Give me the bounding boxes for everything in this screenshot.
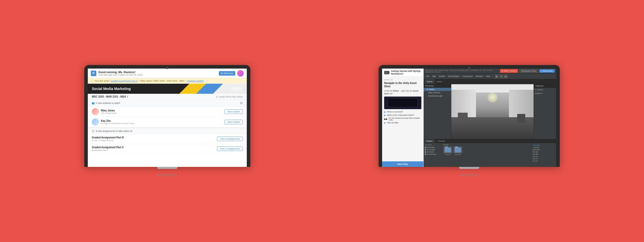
unity-main-area: Hierarchy ▼ Starter Main Camera Directio…: [424, 84, 556, 139]
notification-bar: ⚠ Your last action Graded Assignment Par…: [88, 78, 247, 84]
fav-icon: [425, 149, 426, 150]
lesson-body: In the the Editor, , open the the Asset …: [384, 89, 421, 95]
lesson-accordion: ▶ What is an Asset? ▶ What is the Unity …: [384, 111, 421, 124]
fav-item[interactable]: All Materials: [425, 153, 442, 155]
mds-tools-button[interactable]: ✕ MDS_TOOLS: [500, 69, 518, 73]
accordion-item[interactable]: ▶ What is the Unity Asset Store?: [384, 114, 421, 116]
unity-breadcrumb: Unity 2018.3.0f - Starter.unity - HFI_As…: [425, 69, 498, 73]
hierarchy-item-light[interactable]: Directional Light: [424, 94, 451, 98]
fav-item[interactable]: All Models: [425, 146, 442, 148]
add-button[interactable]: + 83161,63+: [539, 69, 555, 73]
lesson-content: STEP 1/5 Navigate to the Unity Asset Sto…: [382, 77, 423, 161]
inspector-row: Shaded ▾: [535, 93, 555, 95]
greeting-sub: Your last login was 7:22pm on Feb 18, 20…: [98, 74, 219, 76]
tree-item[interactable]: Lib (re: [533, 160, 555, 162]
fav-icon: [425, 154, 426, 155]
hierarchy-item-starter[interactable]: ▼ Starter: [424, 88, 451, 91]
warning-icon: ⚠: [91, 79, 93, 82]
lesson-screenshot: [384, 97, 421, 109]
scene-tabs-bar: Scene Game: [424, 79, 556, 84]
scene-box-right: [517, 114, 526, 123]
play-controls: ▶ ⏸ ⏭: [495, 74, 508, 78]
asset-item[interactable]: Scenes: [443, 146, 452, 155]
hierarchy-item-camera[interactable]: Main Camera: [424, 91, 451, 94]
students-icon: 👥: [92, 102, 95, 104]
tab-project[interactable]: Project: [424, 139, 435, 143]
unity-bottom-area: Project Console Favorites: [424, 139, 556, 167]
folder-shape: [455, 147, 461, 153]
shortcuts-button[interactable]: ⊞ Shortcuts: [219, 71, 235, 76]
favorites-title: Favorites: [425, 144, 442, 146]
notif-link[interactable]: Graded Assignment Part D: [111, 80, 138, 82]
menu-gameobject[interactable]: GameObject: [447, 75, 460, 77]
unity-menu-bar: File Edit Assets GameObject Component Wi…: [424, 74, 556, 79]
project-panel: Project Console Favorites: [424, 139, 556, 167]
assets-title: Assets: [443, 144, 532, 146]
asset-label: Scenes: [445, 154, 450, 155]
chevron-right-icon: ▶: [384, 114, 386, 116]
view-student-riley-button[interactable]: View student: [224, 109, 243, 114]
accordion-item[interactable]: ▶ What is an Asset?: [384, 111, 421, 113]
menu-edit[interactable]: Edit: [431, 75, 437, 77]
laptop-brand-right: MacBook Air: [459, 173, 479, 177]
step-button[interactable]: ⏭: [504, 74, 508, 78]
assignment-due-1: ● Due: 11:59pm Feb 23: [92, 139, 124, 142]
tree-item[interactable]: File Ba: [533, 151, 555, 153]
menu-file[interactable]: File: [425, 75, 430, 77]
fav-icon: [425, 147, 426, 148]
cursor-icon: [526, 101, 527, 102]
mysql-header: ← Getting Started with MySQL Workbench: [382, 69, 423, 77]
student-info-riley: Riley Jones Late assignments: [92, 108, 117, 115]
tab-scene[interactable]: Scene: [425, 79, 435, 84]
menu-window[interactable]: Window: [475, 75, 484, 77]
laptop-brand-left: MacBook Air: [157, 173, 177, 177]
fav-item[interactable]: All Model: [425, 151, 442, 153]
assignment-name-1: Graded Assignment Part D: [92, 136, 124, 139]
tree-item[interactable]: Lib Ca: [533, 155, 555, 158]
tree-item[interactable]: ▼ Assets: [533, 144, 555, 146]
tab-console[interactable]: Console: [435, 139, 447, 143]
assets-tree: ▼ Assets _Scenes Externals File Ba File …: [533, 144, 555, 164]
menu-component[interactable]: Component: [461, 75, 474, 77]
tab-game[interactable]: Game: [435, 79, 445, 84]
settings-icon[interactable]: ⚙: [240, 101, 243, 105]
accordion-item[interactable]: ▶ Step by Step: [384, 122, 421, 124]
right-screen-outer: ← Getting Started with MySQL Workbench S…: [379, 65, 560, 167]
greeting-title: Good evening, Ms. Ramirez!: [98, 71, 219, 74]
tree-item[interactable]: _Scenes: [533, 146, 555, 148]
due-dot-yellow: ●: [92, 139, 93, 142]
assignments-icon: 📋: [92, 130, 95, 132]
view-student-kay-button[interactable]: View student: [224, 120, 243, 124]
workspace-tools-button[interactable]: Workspace tools: [519, 69, 538, 73]
back-button[interactable]: ←: [384, 71, 389, 74]
tree-item[interactable]: Lib Ca: [533, 158, 555, 160]
student-details-riley: Riley Jones Late assignments: [101, 109, 117, 114]
fav-item[interactable]: All Configs: [425, 148, 442, 151]
watch-title: 👥 2 new students to watch: [92, 102, 120, 104]
view-2-assignments-button[interactable]: View 2 assignments: [217, 146, 243, 151]
assignment-row: Graded Assignment Part D ● Due: 11:59pm …: [88, 134, 247, 144]
course-header: Social Media Marketing 1 Cohort: [88, 84, 247, 94]
student-info-kay: Kay Zhu No login to Pathstream in past 7…: [92, 118, 134, 126]
asset-label: Externals: [455, 154, 461, 155]
next-step-button[interactable]: Next Step: [382, 161, 423, 167]
tree-item[interactable]: File Ba: [533, 153, 555, 155]
menu-assets[interactable]: Assets: [438, 75, 446, 77]
hierarchy-title: Hierarchy: [424, 84, 451, 88]
ps-greeting: Good evening, Ms. Ramirez! Your last log…: [98, 71, 219, 76]
scene-viewport[interactable]: [451, 84, 534, 139]
chevron-right-icon: ▶: [384, 111, 386, 113]
continue-grading-link[interactable]: Continue grading: [186, 80, 204, 82]
cohort-bar: MDC 2203 - MAR 2101 - 8824 ℹ ℹ 1 week le…: [88, 94, 247, 100]
tree-item[interactable]: Externals: [533, 148, 555, 151]
pause-button[interactable]: ⏸: [499, 74, 503, 78]
play-button[interactable]: ▶: [495, 74, 499, 78]
view-5-assignments-button[interactable]: View 5 assignments: [217, 137, 243, 141]
scene-box-left: [458, 113, 468, 123]
asset-item[interactable]: Externals: [453, 146, 462, 155]
course-title: Social Media Marketing: [92, 87, 131, 91]
inspector-panel: Inspector ☀ Lighting Shaded ▾: [534, 84, 556, 139]
menu-help[interactable]: Help: [485, 75, 491, 77]
accordion-item[interactable]: ▶▶ Pro Tip: Access the Asset Store Outsi…: [384, 117, 421, 121]
ps-header: P Good evening, Ms. Ramirez! Your last l…: [88, 69, 247, 78]
